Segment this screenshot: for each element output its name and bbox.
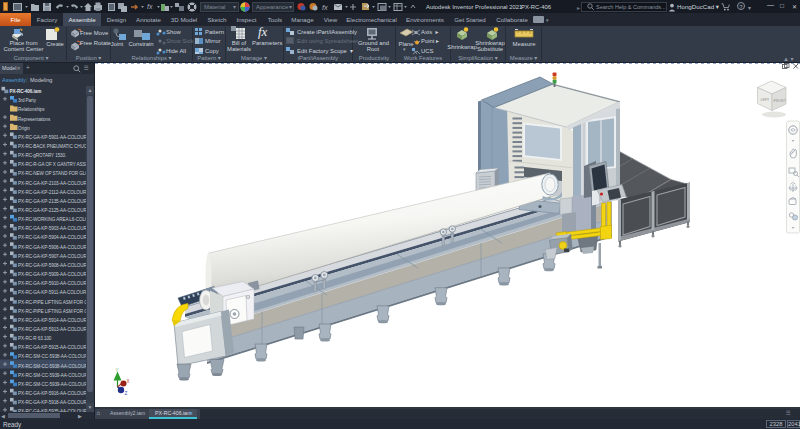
svg-text:PX-RC-GA-KP-5903-AA-COLOUR(D: PX-RC-GA-KP-5903-AA-COLOUR(D (18, 226, 92, 231)
svg-text:PX-RC-GA-KP-5918-AA-COLOUR(D: PX-RC-GA-KP-5918-AA-COLOUR(D (18, 400, 92, 405)
svg-text:fx: fx (147, 3, 153, 10)
svg-text:PX-RC-GA-KP-5916-AA-COLOUR(D: PX-RC-GA-KP-5916-AA-COLOUR(D (18, 391, 92, 396)
svg-text:Relationships: Relationships (18, 107, 45, 112)
svg-text:PX-RC-GA-KP-5907-AA-COLOUR(D: PX-RC-GA-KP-5907-AA-COLOUR(D (18, 254, 92, 259)
svg-text:PX-RC-SM-CC-5938-AA-COLOUR(D: PX-RC-SM-CC-5938-AA-COLOUR(D (18, 364, 93, 369)
svg-text:PX-RC-GA-KP-5910-AA-COLOUR(D: PX-RC-GA-KP-5910-AA-COLOUR(D (18, 281, 92, 286)
svg-text:PX-RC-GA-KP-5909-AA-COLOUR(D: PX-RC-GA-KP-5909-AA-COLOUR(D (18, 272, 92, 277)
svg-text:Y: Y (116, 368, 119, 373)
svg-text:PX-RC-R-GA OF X GANTRY ASSEM: PX-RC-R-GA OF X GANTRY ASSEM (18, 162, 92, 167)
svg-text:PX-RC-PIPE LIFTING ASM FOR GL(: PX-RC-PIPE LIFTING ASM FOR GL( (18, 309, 92, 314)
svg-text:PX-RC-SM-CC-5939-AA-COLOUR(D: PX-RC-SM-CC-5939-AA-COLOUR(D (18, 382, 93, 387)
svg-text:PX-RC-GA-KP-5911-AA-COLOUR(D: PX-RC-GA-KP-5911-AA-COLOUR(D (18, 290, 92, 295)
svg-text:PX-RC-BACK PNEUMATIC CHUCK F: PX-RC-BACK PNEUMATIC CHUCK F (18, 144, 94, 149)
svg-text:PX-RC-GA-KP-2135-AA-COLOUR(D: PX-RC-GA-KP-2135-AA-COLOUR(D (18, 199, 92, 204)
svg-text:PX-RC-gROTARY 1530.: PX-RC-gROTARY 1530. (18, 153, 66, 158)
svg-text:PX-RC-406.iam: PX-RC-406.iam (10, 89, 42, 94)
svg-text:PX-RC-GA-KP-5906-AA-COLOUR(D: PX-RC-GA-KP-5906-AA-COLOUR(D (18, 245, 92, 250)
svg-text:PX-RC-GA-KP-5914-AA-COLOUR(D: PX-RC-GA-KP-5914-AA-COLOUR(D (18, 318, 92, 323)
svg-text:PX-RC-GA-KP-2125-AA-COLOUR(D: PX-RC-GA-KP-2125-AA-COLOUR(D (18, 208, 92, 213)
svg-text:Representations: Representations (18, 117, 51, 122)
svg-text:FRONT: FRONT (774, 99, 787, 103)
svg-text:PX-RC-GA-KP-5904-AA-COLOUR(D: PX-RC-GA-KP-5904-AA-COLOUR(D (18, 235, 92, 240)
svg-text:PX-RC-NEW OP STAND FOR GLOB: PX-RC-NEW OP STAND FOR GLOB (18, 171, 92, 176)
svg-text:PX-RC-WORKING AREA L6-COLOU: PX-RC-WORKING AREA L6-COLOU (18, 217, 92, 222)
svg-text:Z: Z (125, 391, 128, 396)
svg-text:PX-RC-GA-KP-5901-AA-COLOUR(D: PX-RC-GA-KP-5901-AA-COLOUR(D (18, 135, 92, 140)
svg-text:PX-RC-SM-CC-5939-AA-COLOUR(D: PX-RC-SM-CC-5939-AA-COLOUR(D (18, 373, 93, 378)
svg-text:X: X (127, 379, 130, 384)
svg-text:fx: fx (322, 3, 328, 12)
svg-text:PX-RC-GA-KP-5913-AA-COLOUR(D: PX-RC-GA-KP-5913-AA-COLOUR(D (18, 327, 92, 332)
svg-text:PX-RC-PIPE LIFTING ASM FOR GL(: PX-RC-PIPE LIFTING ASM FOR GL( (18, 300, 92, 305)
svg-text:PX-RC-R 63.100: PX-RC-R 63.100 (18, 336, 52, 341)
svg-text:PX-RC-GA-KP-5915-AA-COLOUR: PX-RC-GA-KP-5915-AA-COLOUR (18, 345, 87, 350)
svg-text:3rd Party: 3rd Party (18, 98, 37, 103)
svg-text:PX-RC-GA-KP-5908-AA-COLOUR(D: PX-RC-GA-KP-5908-AA-COLOUR(D (18, 263, 92, 268)
svg-text:LEFT: LEFT (761, 98, 771, 102)
svg-text:PX-RC-SM-CC-5938-AA-COLOUR(D: PX-RC-SM-CC-5938-AA-COLOUR(D (18, 354, 93, 359)
svg-text:PX-RC-GA-KP-2112-AA-COLOUR(D: PX-RC-GA-KP-2112-AA-COLOUR(D (18, 190, 92, 195)
svg-text:PX-RC-GA-KP-2103-AA-COLOUR(D: PX-RC-GA-KP-2103-AA-COLOUR(D (18, 181, 92, 186)
svg-text:Origin: Origin (18, 126, 30, 131)
